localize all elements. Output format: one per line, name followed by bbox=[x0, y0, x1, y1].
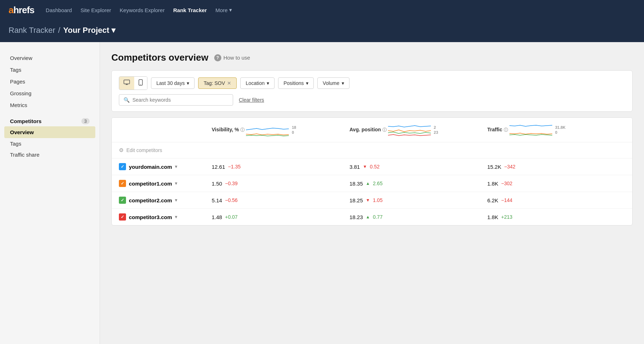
gear-icon: ⚙ bbox=[119, 147, 124, 153]
filter-row-top: Last 30 days ▾ Tag: SOV ✕ Location ▾ Pos… bbox=[119, 76, 625, 90]
arrow-down-icon: ▼ bbox=[366, 198, 370, 203]
arrow-up-icon: ▲ bbox=[366, 214, 370, 219]
chevron-down-icon[interactable]: ▾ bbox=[175, 198, 177, 203]
sidebar-item-tags[interactable]: Tags bbox=[0, 64, 100, 76]
logo-a: a bbox=[9, 5, 13, 15]
competitors-count: 3 bbox=[81, 118, 90, 124]
traffic-info-icon[interactable]: ⓘ bbox=[504, 127, 508, 132]
svg-rect-0 bbox=[124, 80, 130, 84]
logo-hrefs: hrefs bbox=[13, 5, 34, 15]
breadcrumb-bar: Rank Tracker / Your Project ▾ bbox=[0, 20, 644, 42]
device-mobile-btn[interactable] bbox=[134, 77, 147, 90]
sidebar: Overview Tags Pages Grossing Metrics Com… bbox=[0, 42, 100, 344]
visibility-info-icon[interactable]: ⓘ bbox=[240, 127, 245, 132]
domain-cell-0: ✓ yourdomain.com ▾ bbox=[119, 163, 212, 170]
table-row: ✓ competitor1.com ▾ 1.50 −0.39 18.35 ▲ 2… bbox=[112, 175, 632, 192]
how-to-use-link[interactable]: ? How to use bbox=[214, 54, 250, 61]
visibility-cell-0: 12.61 −1.35 bbox=[212, 164, 349, 170]
edit-competitors-row: ⚙ Edit competitors bbox=[112, 142, 632, 158]
traffic-cell-0: 15.2K −342 bbox=[487, 164, 625, 170]
tag-filter-btn[interactable]: Tag: SOV ✕ bbox=[198, 77, 237, 89]
table-row: ✓ competitor2.com ▾ 5.14 −0.56 18.25 ▼ 1… bbox=[112, 192, 632, 209]
avg-position-mini-chart bbox=[388, 123, 431, 137]
visibility-cell-3: 1.48 +0.07 bbox=[212, 214, 349, 220]
nav-site-explorer[interactable]: Site Explorer bbox=[80, 7, 111, 13]
nav-keywords-explorer[interactable]: Keywords Explorer bbox=[120, 7, 165, 13]
avg-position-scale: 2 23 bbox=[434, 125, 438, 135]
chevron-down-icon: ▾ bbox=[187, 80, 189, 86]
traffic-scale: 31.8K 0 bbox=[555, 125, 565, 135]
breadcrumb-project[interactable]: Your Project ▾ bbox=[63, 26, 115, 35]
sidebar-item-overview[interactable]: Overview bbox=[0, 52, 100, 64]
device-desktop-btn[interactable] bbox=[119, 77, 134, 90]
search-keywords-input[interactable] bbox=[132, 97, 228, 103]
edit-competitors-cell[interactable]: ⚙ Edit competitors bbox=[119, 147, 212, 153]
chevron-down-icon: ▾ bbox=[267, 80, 269, 86]
nav-rank-tracker[interactable]: Rank Tracker bbox=[173, 7, 207, 13]
avg-position-cell-1: 18.35 ▲ 2.65 bbox=[349, 181, 487, 187]
visibility-cell-2: 5.14 −0.56 bbox=[212, 197, 349, 203]
checkbox-competitor1[interactable]: ✓ bbox=[119, 180, 126, 187]
clear-filters-btn[interactable]: Clear filters bbox=[239, 97, 264, 103]
help-icon: ? bbox=[214, 54, 221, 61]
chevron-down-icon: ▾ bbox=[111, 26, 115, 35]
nav-dashboard[interactable]: Dashboard bbox=[46, 7, 72, 13]
arrow-up-icon: ▲ bbox=[366, 181, 370, 186]
visibility-mini-chart bbox=[246, 123, 289, 137]
sidebar-item-competitors-overview[interactable]: Overview bbox=[4, 126, 95, 138]
chevron-down-icon[interactable]: ▾ bbox=[175, 164, 177, 169]
page-title: Competitors overview bbox=[111, 52, 208, 63]
tag-close-icon[interactable]: ✕ bbox=[227, 80, 231, 86]
device-toggle bbox=[119, 76, 147, 90]
main-layout: Overview Tags Pages Grossing Metrics Com… bbox=[0, 42, 644, 344]
visibility-chart-col: 18 0 bbox=[246, 123, 296, 137]
chevron-down-icon[interactable]: ▾ bbox=[175, 214, 177, 219]
sidebar-item-traffic-share[interactable]: Traffic share bbox=[0, 149, 100, 160]
traffic-cell-3: 1.8K +213 bbox=[487, 214, 625, 220]
volume-filter-btn[interactable]: Volume ▾ bbox=[317, 77, 349, 89]
traffic-cell-1: 1.8K −302 bbox=[487, 181, 625, 187]
sidebar-item-grossing[interactable]: Grossing bbox=[0, 87, 100, 99]
avg-position-info-icon[interactable]: ⓘ bbox=[382, 127, 387, 132]
positions-filter-btn[interactable]: Positions ▾ bbox=[278, 77, 314, 89]
date-filter-btn[interactable]: Last 30 days ▾ bbox=[151, 77, 195, 89]
col-header-avg-position: Avg. position ⓘ 2 23 bbox=[349, 123, 487, 137]
domain-cell-1: ✓ competitor1.com ▾ bbox=[119, 180, 212, 187]
avg-position-chart-col: 2 23 bbox=[388, 123, 438, 137]
checkbox-yourdomain[interactable]: ✓ bbox=[119, 163, 126, 170]
sidebar-item-pages[interactable]: Pages bbox=[0, 76, 100, 87]
visibility-scale: 18 0 bbox=[292, 125, 296, 135]
domain-cell-3: ✓ competitor3.com ▾ bbox=[119, 213, 212, 221]
location-filter-btn[interactable]: Location ▾ bbox=[240, 77, 275, 89]
table-row: ✓ yourdomain.com ▾ 12.61 −1.35 3.81 ▼ 0.… bbox=[112, 158, 632, 175]
checkbox-competitor3[interactable]: ✓ bbox=[119, 213, 126, 221]
page-header: Competitors overview ? How to use bbox=[111, 52, 633, 63]
checkbox-competitor2[interactable]: ✓ bbox=[119, 197, 126, 204]
filter-card: Last 30 days ▾ Tag: SOV ✕ Location ▾ Pos… bbox=[111, 70, 633, 112]
avg-position-cell-3: 18.23 ▲ 0.77 bbox=[349, 214, 487, 220]
nav-more[interactable]: More ▾ bbox=[215, 7, 232, 13]
sidebar-section-competitors: Competitors 3 bbox=[0, 111, 100, 126]
col-header-traffic: Traffic ⓘ 31.8K 0 bbox=[487, 123, 625, 137]
data-card: Visibility, % ⓘ 18 bbox=[111, 117, 633, 226]
sidebar-item-metrics[interactable]: Metrics bbox=[0, 99, 100, 111]
col-header-visibility: Visibility, % ⓘ 18 bbox=[212, 123, 349, 137]
breadcrumb-prefix: Rank Tracker bbox=[9, 26, 55, 35]
traffic-cell-2: 6.2K −144 bbox=[487, 197, 625, 203]
table-header: Visibility, % ⓘ 18 bbox=[112, 118, 632, 142]
logo[interactable]: ahrefs bbox=[9, 5, 34, 16]
search-icon: 🔍 bbox=[124, 97, 130, 103]
main-content: Competitors overview ? How to use bbox=[100, 42, 644, 344]
nav-links: Dashboard Site Explorer Keywords Explore… bbox=[46, 7, 232, 13]
domain-cell-2: ✓ competitor2.com ▾ bbox=[119, 197, 212, 204]
traffic-chart-col: 31.8K 0 bbox=[509, 123, 565, 137]
search-row: 🔍 Clear filters bbox=[119, 94, 625, 106]
table-row: ✓ competitor3.com ▾ 1.48 +0.07 18.23 ▲ 0… bbox=[112, 209, 632, 225]
sidebar-item-competitors-tags[interactable]: Tags bbox=[0, 138, 100, 149]
chevron-down-icon[interactable]: ▾ bbox=[175, 181, 177, 186]
chevron-down-icon: ▾ bbox=[229, 7, 232, 13]
search-box: 🔍 bbox=[119, 94, 233, 106]
chevron-down-icon: ▾ bbox=[342, 80, 344, 86]
avg-position-cell-0: 3.81 ▼ 0.52 bbox=[349, 164, 487, 170]
visibility-cell-1: 1.50 −0.39 bbox=[212, 181, 349, 187]
